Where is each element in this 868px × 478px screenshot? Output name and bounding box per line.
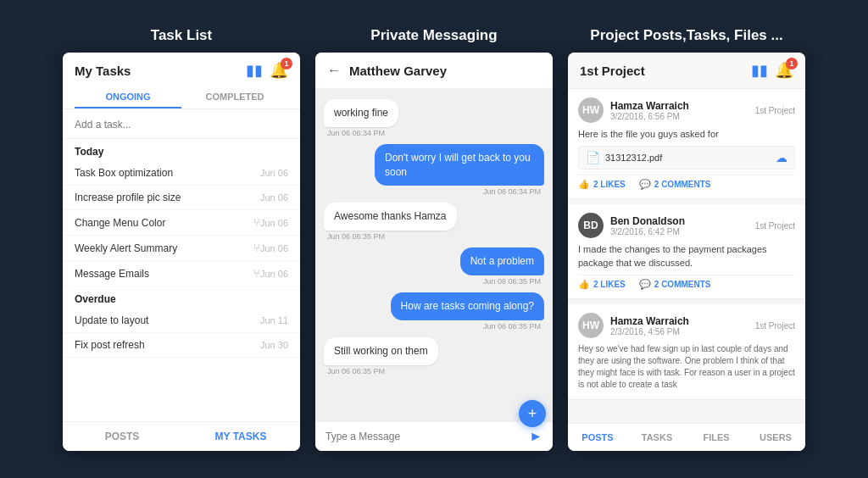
branch-icon: ⑂ [253, 267, 260, 280]
message-time: Jun 06 06:35 PM [480, 322, 544, 331]
post-item: HW Hamza Warraich 2/3/2016, 4:56 PM 1st … [568, 304, 805, 400]
file-name: 31312312.pdf [605, 153, 771, 163]
message-input-bar: ► [315, 421, 553, 451]
message-time: Jun 06 06:35 PM [324, 367, 388, 375]
proj-chat-icon[interactable]: ▮▮ [751, 61, 768, 80]
task-item[interactable]: Change Menu Color ⑂ Jun 06 [63, 210, 300, 236]
avatar: HW [578, 97, 604, 123]
task-item-fix-post[interactable]: Fix post refresh Jun 30 [63, 333, 300, 358]
message-item: Still working on them Jun 06 06:35 PM [324, 337, 544, 375]
likes-button[interactable]: 👍 2 LIKES [578, 279, 626, 290]
proj-footer-posts-btn[interactable]: POSTS [568, 424, 627, 451]
message-item: working fine Jun 06 06:34 PM [324, 99, 544, 137]
comments-count: 2 COMMENTS [654, 280, 711, 289]
proj-notification-badge: 1 [786, 58, 798, 69]
proj-footer: POSTS TASKS FILES USERS [568, 423, 805, 451]
post-project-tag: 1st Project [755, 221, 795, 231]
notification-badge: 1 [281, 58, 292, 69]
task-search-input[interactable] [75, 119, 288, 131]
message-time: Jun 06 06:35 PM [480, 277, 544, 286]
task-header-row: My Tasks ▮▮ 🔔 1 [75, 61, 288, 80]
cloud-upload-icon[interactable]: ☁ [776, 151, 787, 164]
message-bubble: Still working on them [324, 337, 438, 365]
file-icon: 📄 [586, 151, 600, 164]
post-actions: 👍 2 LIKES 💬 2 COMMENTS [578, 275, 795, 290]
proj-header: 1st Project ▮▮ 🔔 1 [568, 53, 805, 89]
chat-icon[interactable]: ▮▮ [246, 61, 263, 80]
proj-header-icons: ▮▮ 🔔 1 [751, 61, 793, 80]
msg-card: ← Matthew Garvey working fine Jun 06 06:… [315, 53, 553, 451]
tab-ongoing[interactable]: ONGOING [75, 86, 181, 108]
message-bubble: Not a problem [460, 247, 544, 275]
back-arrow-icon[interactable]: ← [327, 63, 341, 78]
my-tasks-title: My Tasks [75, 64, 131, 78]
post-date: 3/2/2016, 6:42 PM [610, 227, 748, 236]
message-bubble: How are tasks coming along? [391, 292, 544, 320]
task-item[interactable]: Update to layout Jun 11 [63, 308, 300, 333]
comments-button[interactable]: 💬 2 COMMENTS [639, 279, 711, 290]
avatar: HW [578, 313, 604, 338]
footer-mytasks-btn[interactable]: MY TASKS [181, 422, 300, 451]
post-date: 2/3/2016, 4:56 PM [610, 327, 748, 336]
proj-footer-files-btn[interactable]: FILES [687, 424, 746, 451]
proj-card: 1st Project ▮▮ 🔔 1 HW Hamza Warraich 3/2… [568, 53, 805, 451]
panel1-title: Task List [151, 27, 212, 44]
panel2-title: Private Messaging [370, 27, 497, 44]
message-list: working fine Jun 06 06:34 PM Don't worry… [315, 89, 553, 421]
task-item[interactable]: Weekly Alert Summary ⑂ Jun 06 [63, 236, 300, 261]
proj-bell-badge: 🔔 1 [775, 61, 793, 80]
task-item[interactable]: Increase profile pic size Jun 06 [63, 186, 300, 210]
message-item: Awesome thanks Hamza Jun 06 06:35 PM [324, 203, 544, 241]
tab-completed[interactable]: COMPLETED [181, 86, 288, 108]
msg-header: ← Matthew Garvey [315, 53, 553, 89]
section-today: Today [63, 139, 300, 161]
post-project-tag: 1st Project [755, 321, 795, 331]
message-input[interactable] [326, 431, 522, 442]
message-bubble: working fine [324, 99, 398, 127]
task-body: Today Task Box optimization Jun 06 Incre… [63, 139, 300, 419]
comments-button[interactable]: 💬 2 COMMENTS [639, 179, 711, 190]
task-search-area [63, 109, 300, 139]
message-item: Don't worry I will get back to you soon … [324, 144, 544, 197]
thumbs-up-icon: 👍 [578, 179, 590, 190]
post-date: 3/2/2016, 6:56 PM [610, 112, 748, 121]
post-item: BD Ben Donaldson 3/2/2016, 6:42 PM 1st P… [568, 204, 805, 299]
branch-icon: ⑂ [253, 242, 260, 254]
post-item: HW Hamza Warraich 3/2/2016, 6:56 PM 1st … [568, 89, 805, 199]
task-footer: POSTS MY TASKS [63, 421, 300, 451]
task-tabs: ONGOING COMPLETED [75, 86, 288, 108]
comments-count: 2 COMMENTS [654, 180, 711, 189]
send-button[interactable]: ► [529, 429, 542, 444]
task-card: My Tasks ▮▮ 🔔 1 ONGOING COMPLETED To [63, 53, 300, 451]
likes-button[interactable]: 👍 2 LIKES [578, 179, 626, 190]
author-name: Hamza Warraich [610, 100, 748, 112]
author-name: Hamza Warraich [610, 315, 748, 327]
task-item[interactable]: Task Box optimization Jun 06 [63, 161, 300, 186]
likes-count: 2 LIKES [593, 280, 626, 289]
messaging-panel: Private Messaging ← Matthew Garvey worki… [315, 27, 553, 451]
post-text: Here is the file you guys asked for [578, 128, 795, 141]
avatar: BD [578, 213, 604, 238]
project-name: 1st Project [580, 64, 645, 78]
message-bubble: Don't worry I will get back to you soon [375, 144, 544, 186]
message-time: Jun 06 06:34 PM [480, 187, 544, 196]
message-item: Not a problem Jun 06 06:35 PM [324, 247, 544, 286]
branch-icon: ⑂ [253, 216, 260, 229]
proj-footer-tasks-btn[interactable]: TASKS [627, 424, 687, 451]
comment-icon: 💬 [639, 179, 651, 190]
task-list-panel: Task List My Tasks ▮▮ 🔔 1 ONGOING COMPLE… [63, 27, 300, 451]
thumbs-up-icon: 👍 [578, 279, 590, 290]
header-icons: ▮▮ 🔔 1 [246, 61, 288, 80]
post-text: I made the changes to the payment packag… [578, 243, 795, 270]
proj-footer-users-btn[interactable]: USERS [746, 424, 805, 451]
message-time: Jun 06 06:34 PM [324, 129, 388, 137]
post-project-tag: 1st Project [755, 106, 795, 115]
task-item[interactable]: Message Emails ⑂ Jun 06 [63, 261, 300, 286]
bell-badge: 🔔 1 [270, 61, 288, 80]
likes-count: 2 LIKES [593, 180, 626, 189]
post-file-attachment[interactable]: 📄 31312312.pdf ☁ [578, 146, 795, 170]
footer-posts-btn[interactable]: POSTS [63, 422, 181, 451]
comment-icon: 💬 [639, 279, 651, 290]
post-text: Hey so we've had few sign up in last cou… [578, 343, 795, 391]
project-panel: Project Posts,Tasks, Files ... 1st Proje… [568, 27, 805, 451]
